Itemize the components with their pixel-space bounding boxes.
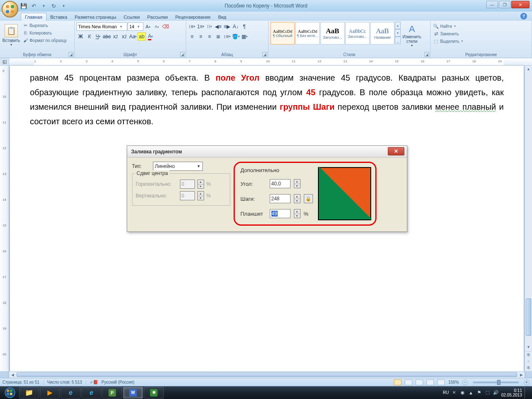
zoom-in[interactable]: + xyxy=(524,379,530,385)
superscript-button[interactable]: x2 xyxy=(120,32,128,41)
tray-icon-2[interactable]: ◉ xyxy=(460,390,466,396)
task-app3[interactable]: P xyxy=(102,387,122,399)
angle-input[interactable]: 40,0 xyxy=(270,179,291,188)
borders-button[interactable]: ▦▾ xyxy=(240,32,249,41)
paragraph-launcher[interactable]: ◢ xyxy=(262,52,267,57)
task-app4[interactable]: ✱ xyxy=(144,387,164,399)
clipboard-launcher[interactable]: ◢ xyxy=(69,52,74,57)
pad-input[interactable]: 49 xyxy=(270,209,291,218)
browse-select[interactable]: ○ xyxy=(525,358,532,365)
scroll-thumb[interactable] xyxy=(526,298,531,336)
italic-button[interactable]: К xyxy=(85,32,94,41)
steps-lock-button[interactable]: 🔒 xyxy=(304,194,313,203)
redo-button[interactable]: ↻ xyxy=(49,1,58,10)
tab-home[interactable]: Главная xyxy=(21,13,47,21)
task-mediaplayer[interactable]: ▶ xyxy=(40,387,60,399)
line-spacing-button[interactable]: ↕≡▾ xyxy=(223,32,231,41)
scroll-down[interactable]: ▼ xyxy=(525,344,532,350)
horizontal-scrollbar[interactable]: ◀ ▶ xyxy=(9,371,525,378)
style-nospacing[interactable]: AaBbCcDd¶ Без инте... xyxy=(296,22,320,44)
language-status[interactable]: Русский (Россия) xyxy=(101,380,134,384)
select-button[interactable]: ⬚Выделить▾ xyxy=(432,37,464,45)
undo-button[interactable]: ↶ xyxy=(29,1,38,10)
change-styles-button[interactable]: AИзменить стили▾ xyxy=(401,22,423,49)
steps-input[interactable]: 248 xyxy=(270,194,291,203)
grow-font-button[interactable]: A▴ xyxy=(144,22,152,31)
undo-dropdown[interactable]: ▾ xyxy=(39,1,48,10)
hscroll-thumb[interactable] xyxy=(17,372,517,377)
qat-customize[interactable]: ▾ xyxy=(59,1,68,10)
tray-lang[interactable]: RU xyxy=(443,390,448,395)
fullscreen-view[interactable] xyxy=(405,379,412,385)
task-ie2[interactable]: e xyxy=(81,387,101,399)
font-launcher[interactable]: ◢ xyxy=(180,52,185,57)
task-word[interactable]: W xyxy=(123,387,143,399)
justify-button[interactable]: ≣ xyxy=(214,32,222,41)
align-right-button[interactable]: ≡ xyxy=(205,32,214,41)
font-size-combo[interactable]: 14▼ xyxy=(128,22,143,31)
close-button[interactable]: ✕ xyxy=(511,1,530,8)
find-button[interactable]: 🔍Найти▾ xyxy=(432,22,457,30)
style-heading2[interactable]: AaBbCcЗаголово... xyxy=(345,22,369,44)
browse-next[interactable]: ⦿ xyxy=(525,365,532,371)
page[interactable]: равном 45 процентам размера объекта. В п… xyxy=(10,66,524,398)
tab-references[interactable]: Ссылки xyxy=(120,13,144,21)
align-center-button[interactable]: ≡ xyxy=(197,32,205,41)
angle-spinner[interactable]: ▲▼ xyxy=(294,179,300,188)
maximize-button[interactable]: ❐ xyxy=(499,1,510,8)
align-left-button[interactable]: ≡ xyxy=(188,32,196,41)
tab-insert[interactable]: Вставка xyxy=(47,13,71,21)
vertical-ruler[interactable]: 91011121314151617181920 xyxy=(0,66,9,371)
numbering-button[interactable]: 1≡▾ xyxy=(197,22,205,31)
task-explorer[interactable]: 📁 xyxy=(19,387,39,399)
zoom-level[interactable]: 156% xyxy=(448,380,459,384)
show-marks-button[interactable]: ¶ xyxy=(240,22,249,31)
increase-indent-button[interactable]: ≡▶ xyxy=(223,22,231,31)
document-text[interactable]: равном 45 процентам размера объекта. В п… xyxy=(10,66,524,134)
tray-clock[interactable]: 0:11 02.05.2013 xyxy=(501,388,522,397)
print-layout-view[interactable] xyxy=(394,379,401,385)
multilevel-button[interactable]: ⁝⁝▾ xyxy=(205,22,214,31)
decrease-indent-button[interactable]: ◀≡ xyxy=(214,22,222,31)
font-color-button[interactable]: A▾ xyxy=(146,32,155,41)
office-button[interactable] xyxy=(2,1,18,17)
web-view[interactable] xyxy=(416,379,423,385)
copy-button[interactable]: ⎘Копировать xyxy=(22,29,68,37)
change-case-button[interactable]: Aa▾ xyxy=(129,32,137,41)
zoom-out[interactable]: − xyxy=(462,379,468,385)
minimize-button[interactable]: — xyxy=(486,1,498,8)
browse-prev[interactable]: ⦿ xyxy=(525,351,532,358)
steps-spinner[interactable]: ▲▼ xyxy=(294,194,300,203)
sort-button[interactable]: A↓ xyxy=(232,22,240,31)
tab-mailings[interactable]: Рассылки xyxy=(143,13,171,21)
type-combo[interactable]: Линейно▼ xyxy=(153,162,203,171)
format-painter-button[interactable]: 🖌Формат по образцу xyxy=(22,37,68,44)
dialog-close-button[interactable]: ✕ xyxy=(388,147,404,155)
zoom-slider[interactable] xyxy=(473,382,519,383)
vertical-scrollbar[interactable]: ▲ ▼ ⦿ ○ ⦿ xyxy=(525,66,532,371)
word-count[interactable]: Число слов: 5 513 xyxy=(47,380,82,384)
save-button[interactable]: 💾 xyxy=(19,1,28,10)
highlight-button[interactable]: ab xyxy=(138,32,146,41)
style-normal[interactable]: AaBbCcDd¶ Обычный xyxy=(271,22,295,44)
tray-flag-icon[interactable]: ⚑ xyxy=(476,390,482,396)
paste-button[interactable]: 📋 Вставить ▾ xyxy=(2,22,21,49)
subscript-button[interactable]: x2 xyxy=(111,32,120,41)
tab-review[interactable]: Рецензирование xyxy=(172,13,214,21)
tab-pagelayout[interactable]: Разметка страницы xyxy=(71,13,120,21)
page-status[interactable]: Страница: 51 из 51 xyxy=(2,380,39,384)
horizontal-ruler[interactable]: ◱ 12345678910111213141516171819 xyxy=(0,58,532,66)
shrink-font-button[interactable]: A▾ xyxy=(153,22,161,31)
tray-icon-3[interactable]: ▲ xyxy=(468,390,474,396)
shading-button[interactable]: 🪣▾ xyxy=(232,32,240,41)
tray-volume-icon[interactable]: 🔊 xyxy=(493,390,499,396)
styles-launcher[interactable]: ◢ xyxy=(424,52,429,57)
styles-scroll[interactable]: ▴▾⎯ xyxy=(395,22,401,44)
spellcheck-icon[interactable]: ✓📕 xyxy=(90,380,98,384)
replace-button[interactable]: ⇄Заменить xyxy=(432,30,460,37)
scroll-up[interactable]: ▲ xyxy=(525,66,532,72)
cut-button[interactable]: ✂Вырезать xyxy=(22,22,68,29)
outline-view[interactable] xyxy=(426,379,434,385)
bold-button[interactable]: Ж xyxy=(76,32,85,41)
ruler-corner[interactable]: ◱ xyxy=(0,58,9,65)
